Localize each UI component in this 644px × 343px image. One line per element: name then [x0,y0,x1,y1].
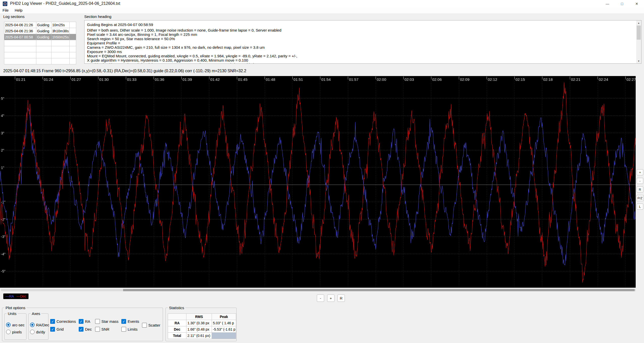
lock-button[interactable]: L [637,204,643,210]
section-heading-text: Guiding Begins at 2025-04-07 00:58:59 Di… [85,20,636,63]
stats-row-ra: RA 1.30" (0.38 px 5.03" ( 1.46 p [168,320,236,326]
radio-icon [30,330,35,334]
window-title: PHD2 Log Viewer - PHD2_GuideLog_2025-04-… [10,1,120,6]
stats-row-total: Total 2.11" (0.61 px) [168,333,236,339]
phd2-log-viewer-window: PHD2 Log Viewer - PHD2_GuideLog_2025-04-… [0,0,644,343]
section-heading-box: Guiding Begins at 2025-04-07 00:58:59 Di… [84,20,641,64]
log-section-row[interactable]: 2025-04-06 21:36Guiding 3h10m38s [4,28,76,34]
legend-dec: —Dec [16,294,26,298]
log-section-row-empty[interactable] [4,40,76,46]
menu-bar: File Help [0,7,644,14]
statistics-label: Statistics [168,306,185,310]
peak-column-header: Peak [212,314,236,320]
chart-zoom-buttons: - + R [317,295,345,302]
units-label: Units [7,311,18,316]
window-controls: — □ ✕ [600,0,644,7]
radio-arc-sec[interactable]: arc-sec [6,321,26,328]
vscale-minus-button[interactable]: - [637,178,643,184]
checkbox-corrections[interactable]: Corrections [50,319,76,324]
chart-h-scrollbar-thumb[interactable] [123,289,635,291]
checkbox-icon [95,327,100,332]
zoom-reset-button[interactable]: R [338,295,345,302]
checkbox-icon [121,327,126,332]
radio-ra-dec[interactable]: RA/Dec [30,321,48,328]
log-section-row[interactable]: 2025-04-07 00:58Guiding 1h50m25s [4,34,76,40]
plot-options-group: Plot options Units arc-sec pixels Axes R… [2,308,163,341]
checkbox-icon [121,319,126,324]
chart-h-scrollbar[interactable] [1,289,636,291]
stats-row-dec: Dec 1.66" (0.48 px -5.53" (-1.61 p [168,326,236,333]
menu-help[interactable]: Help [12,7,25,13]
vscale-plus-button[interactable]: + [637,169,643,175]
scroll-down-icon[interactable]: ▼ [636,59,641,63]
guide-chart[interactable] [0,76,636,288]
log-sections-table: 2025-04-06 21:26Guiding 10m25s 2025-04-0… [4,22,76,64]
vertical-scale-buttons: + - R P/Z L [636,169,644,210]
axes-label: Axes [31,311,41,316]
checkbox-icon [142,323,147,328]
guide-chart-area [0,76,636,288]
scroll-up-icon[interactable]: ▲ [636,20,641,25]
rms-column-header: RMS [186,314,212,320]
plot-options-label: Plot options [4,306,26,310]
radio-icon [30,323,35,327]
checkbox-icon [79,319,83,324]
radio-icon [6,330,11,334]
checkbox-icon [79,327,83,332]
log-sections-label: Log sections [3,14,24,19]
log-section-row-empty[interactable] [4,58,76,64]
checkbox-icon [95,319,100,324]
chart-legend: —RA—Dec [3,293,29,299]
log-section-row-empty[interactable] [4,46,76,52]
checkbox-icon [50,319,55,324]
checkbox-grid[interactable]: Grid [50,327,64,332]
zoom-out-button[interactable]: - [317,295,324,302]
section-heading-label: Section heading [84,14,111,19]
app-icon [3,1,8,6]
vscale-reset-button[interactable]: R [637,186,643,192]
units-group: Units arc-sec pixels [4,313,26,340]
maximize-button[interactable]: □ [615,0,629,7]
statistics-group: Statistics RMS Peak RA 1.30" (0.38 px 5.… [165,308,237,341]
checkbox-limits[interactable]: Limits [121,327,137,332]
zoom-in-button[interactable]: + [327,295,334,302]
radio-pixels[interactable]: pixels [6,328,26,335]
checkbox-snr[interactable]: SNR [95,327,109,332]
checkbox-dec[interactable]: Dec [79,327,92,332]
menu-file[interactable]: File [0,7,11,13]
statistics-table: RMS Peak RA 1.30" (0.38 px 5.03" ( 1.46 … [168,313,236,339]
axes-group: Axes RA/Dec dx/dy [28,313,48,340]
checkbox-icon [50,327,55,332]
title-bar: PHD2 Log Viewer - PHD2_GuideLog_2025-04-… [0,0,644,7]
pan-zoom-toggle-button[interactable]: P/Z [636,195,644,201]
checkbox-scatter[interactable]: Scatter [142,323,160,328]
radio-icon [6,323,11,327]
checkbox-ra[interactable]: RA [79,319,90,324]
section-heading-scrollbar[interactable]: ▲ ▼ [636,20,641,63]
frame-status-line: 2025-04-07 01:48:15 Frame 960 t=2956.85 … [3,69,246,73]
legend-ra: —RA [6,294,14,298]
close-button[interactable]: ✕ [629,0,644,7]
radio-dx-dy[interactable]: dx/dy [30,328,48,335]
log-section-row-empty[interactable] [4,52,76,58]
checkbox-events[interactable]: Events [121,319,139,324]
minimize-button[interactable]: — [600,0,615,7]
log-section-row[interactable]: 2025-04-06 21:26Guiding 10m25s [4,22,76,28]
checkbox-star-mass[interactable]: Star mass [95,319,119,324]
scrollbar-thumb[interactable] [637,26,641,40]
